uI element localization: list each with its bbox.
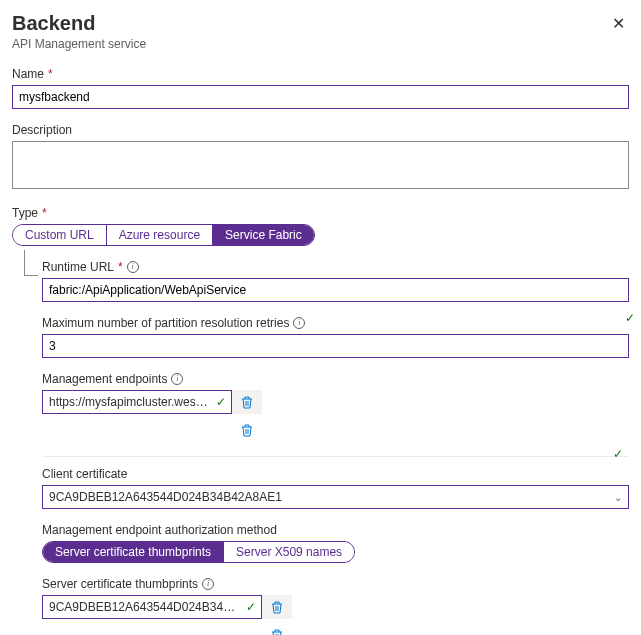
page-subtitle: API Management service	[12, 37, 146, 51]
pill-service-fabric[interactable]: Service Fabric	[213, 225, 314, 245]
pill-azure-resource[interactable]: Azure resource	[107, 225, 213, 245]
trash-icon	[241, 396, 253, 409]
pill-thumbprints[interactable]: Server certificate thumbprints	[43, 542, 224, 562]
auth-method-pills: Server certificate thumbprints Server X5…	[42, 541, 355, 563]
pill-x509[interactable]: Server X509 names	[224, 542, 354, 562]
type-pills: Custom URL Azure resource Service Fabric	[12, 224, 315, 246]
connector-line	[24, 250, 38, 276]
required-indicator: *	[118, 260, 123, 274]
name-label: Name	[12, 67, 44, 81]
info-icon[interactable]: i	[127, 261, 139, 273]
thumbprints-label: Server certificate thumbprints	[42, 577, 198, 591]
trash-icon	[271, 629, 283, 636]
runtime-url-label: Runtime URL	[42, 260, 114, 274]
max-retries-label: Maximum number of partition resolution r…	[42, 316, 289, 330]
mgmt-endpoint-input[interactable]: https://mysfapimcluster.westus.cloud...	[42, 390, 232, 414]
pill-custom-url[interactable]: Custom URL	[13, 225, 107, 245]
trash-icon	[241, 424, 253, 437]
required-indicator: *	[42, 206, 47, 220]
max-retries-input[interactable]	[42, 334, 629, 358]
runtime-url-input[interactable]	[42, 278, 629, 302]
delete-thumbprint-button[interactable]	[262, 595, 292, 619]
info-icon[interactable]: i	[202, 578, 214, 590]
description-input[interactable]	[12, 141, 629, 189]
mgmt-endpoints-label: Management endpoints	[42, 372, 167, 386]
client-cert-label: Client certificate	[42, 467, 127, 481]
auth-method-label: Management endpoint authorization method	[42, 523, 277, 537]
page-title: Backend	[12, 12, 146, 35]
thumbprint-input[interactable]: 9CA9DBEB12A643544D024B34B42A8AE1...	[42, 595, 262, 619]
chevron-down-icon: ⌄	[614, 492, 622, 503]
delete-endpoint-button[interactable]	[232, 390, 262, 414]
name-input[interactable]	[12, 85, 629, 109]
description-label: Description	[12, 123, 72, 137]
trash-icon	[271, 601, 283, 614]
client-cert-value: 9CA9DBEB12A643544D024B34B42A8AE1	[49, 490, 282, 504]
client-cert-select[interactable]: 9CA9DBEB12A643544D024B34B42A8AE1 ⌄	[42, 485, 629, 509]
close-icon[interactable]: ✕	[608, 12, 629, 36]
valid-icon: ✓	[613, 447, 623, 461]
info-icon[interactable]: i	[293, 317, 305, 329]
delete-endpoint-button-2[interactable]	[232, 418, 262, 442]
delete-thumbprint-button-2[interactable]	[262, 623, 292, 635]
required-indicator: *	[48, 67, 53, 81]
info-icon[interactable]: i	[171, 373, 183, 385]
type-label: Type	[12, 206, 38, 220]
